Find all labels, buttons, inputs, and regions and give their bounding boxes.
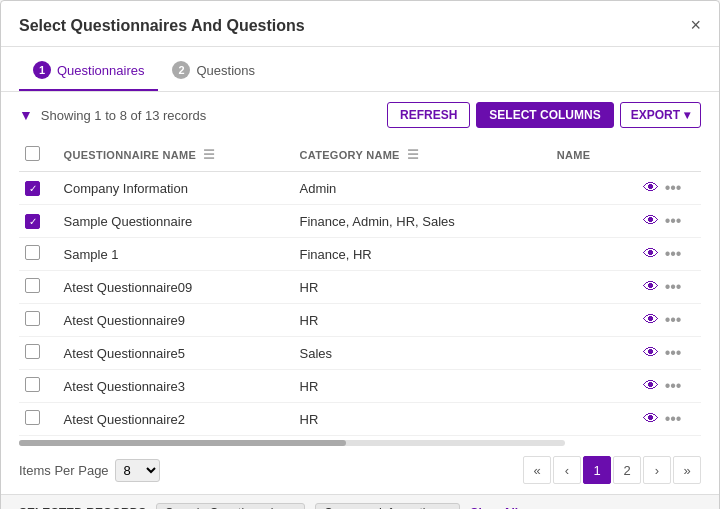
row-view-icon[interactable]: 👁: [643, 179, 659, 197]
row-more-icon[interactable]: •••: [665, 212, 682, 230]
refresh-button[interactable]: REFRESH: [387, 102, 470, 128]
name-cell: [551, 172, 637, 205]
row-view-icon[interactable]: 👁: [643, 377, 659, 395]
category-name-sort-icon[interactable]: ☰: [407, 147, 419, 162]
header-name: NAME: [551, 138, 637, 172]
row-checkbox-1[interactable]: [25, 181, 40, 196]
row-checkbox-3[interactable]: [25, 245, 40, 260]
questionnaire-name-cell: Sample Questionnaire: [58, 205, 294, 238]
table-row: Atest Questionnaire9HR👁•••: [19, 304, 701, 337]
row-more-icon[interactable]: •••: [665, 179, 682, 197]
table-row: Company InformationAdmin👁•••: [19, 172, 701, 205]
questionnaire-name-cell: Atest Questionnaire3: [58, 370, 294, 403]
row-checkbox-cell: [19, 238, 58, 271]
table-row: Atest Questionnaire2HR👁•••: [19, 403, 701, 436]
table-body: Company InformationAdmin👁•••Sample Quest…: [19, 172, 701, 436]
page-first-button[interactable]: «: [523, 456, 551, 484]
row-checkbox-4[interactable]: [25, 278, 40, 293]
row-checkbox-cell: [19, 271, 58, 304]
row-checkbox-7[interactable]: [25, 377, 40, 392]
row-checkbox-cell: [19, 205, 58, 238]
close-icon[interactable]: ×: [690, 15, 701, 36]
table-row: Atest Questionnaire3HR👁•••: [19, 370, 701, 403]
modal-container: Select Questionnaires And Questions × 1 …: [0, 0, 720, 509]
questionnaire-name-cell: Atest Questionnaire2: [58, 403, 294, 436]
export-chevron-icon: ▾: [684, 108, 690, 122]
row-checkbox-cell: [19, 172, 58, 205]
filter-icon[interactable]: ▼: [19, 107, 33, 123]
page-2-button[interactable]: 2: [613, 456, 641, 484]
tab-questions-badge: 2: [172, 61, 190, 79]
pagination-controls: « ‹ 1 2 › »: [523, 456, 701, 484]
row-more-icon[interactable]: •••: [665, 410, 682, 428]
items-per-page-label: Items Per Page: [19, 463, 109, 478]
actions-cell: 👁•••: [637, 370, 701, 403]
name-cell: [551, 370, 637, 403]
questionnaire-name-cell: Atest Questionnaire09: [58, 271, 294, 304]
header-checkbox-col: [19, 138, 58, 172]
tag-sample-questionnaire: Sample Questionnaire ×: [156, 503, 305, 509]
page-prev-button[interactable]: ‹: [553, 456, 581, 484]
actions-cell: 👁•••: [637, 238, 701, 271]
table-header-row: QUESTIONNAIRE NAME ☰ CATEGORY NAME ☰ NAM…: [19, 138, 701, 172]
tabs-row: 1 Questionnaires 2 Questions: [1, 47, 719, 92]
row-checkbox-6[interactable]: [25, 344, 40, 359]
table-row: Sample QuestionnaireFinance, Admin, HR, …: [19, 205, 701, 238]
row-view-icon[interactable]: 👁: [643, 212, 659, 230]
row-more-icon[interactable]: •••: [665, 344, 682, 362]
row-view-icon[interactable]: 👁: [643, 278, 659, 296]
select-columns-button[interactable]: SELECT COLUMNS: [476, 102, 613, 128]
selected-records-bar: SELECTED RECORDS Sample Questionnaire × …: [1, 494, 719, 509]
table-row: Sample 1Finance, HR👁•••: [19, 238, 701, 271]
row-more-icon[interactable]: •••: [665, 278, 682, 296]
row-checkbox-5[interactable]: [25, 311, 40, 326]
category-name-cell: HR: [294, 370, 551, 403]
row-checkbox-cell: [19, 370, 58, 403]
header-category-name: CATEGORY NAME ☰: [294, 138, 551, 172]
row-view-icon[interactable]: 👁: [643, 311, 659, 329]
questionnaire-name-cell: Sample 1: [58, 238, 294, 271]
category-name-cell: HR: [294, 403, 551, 436]
row-checkbox-8[interactable]: [25, 410, 40, 425]
row-more-icon[interactable]: •••: [665, 377, 682, 395]
row-view-icon[interactable]: 👁: [643, 344, 659, 362]
actions-cell: 👁•••: [637, 271, 701, 304]
toolbar: ▼ Showing 1 to 8 of 13 records REFRESH S…: [1, 92, 719, 138]
tag-company-information: Company Information ×: [315, 503, 460, 509]
questionnaire-name-cell: Company Information: [58, 172, 294, 205]
tab-questionnaires[interactable]: 1 Questionnaires: [19, 55, 158, 91]
row-view-icon[interactable]: 👁: [643, 410, 659, 428]
export-button[interactable]: EXPORT ▾: [620, 102, 701, 128]
record-count: Showing 1 to 8 of 13 records: [41, 108, 207, 123]
modal-header: Select Questionnaires And Questions ×: [1, 1, 719, 47]
pagination-bar: Items Per Page 8 10 20 50 « ‹ 1 2 › »: [1, 446, 719, 494]
header-questionnaire-name: QUESTIONNAIRE NAME ☰: [58, 138, 294, 172]
row-checkbox-cell: [19, 304, 58, 337]
questionnaire-name-cell: Atest Questionnaire9: [58, 304, 294, 337]
row-more-icon[interactable]: •••: [665, 311, 682, 329]
tab-questionnaires-label: Questionnaires: [57, 63, 144, 78]
page-1-button[interactable]: 1: [583, 456, 611, 484]
row-checkbox-2[interactable]: [25, 214, 40, 229]
modal-title: Select Questionnaires And Questions: [19, 17, 305, 35]
actions-cell: 👁•••: [637, 304, 701, 337]
items-per-page-select[interactable]: 8 10 20 50: [115, 459, 160, 482]
actions-cell: 👁•••: [637, 205, 701, 238]
tab-questions[interactable]: 2 Questions: [158, 55, 269, 91]
category-name-cell: HR: [294, 271, 551, 304]
questionnaire-name-sort-icon[interactable]: ☰: [203, 147, 215, 162]
scrollbar-area[interactable]: [1, 436, 719, 446]
page-next-button[interactable]: ›: [643, 456, 671, 484]
tab-questions-label: Questions: [196, 63, 255, 78]
name-cell: [551, 271, 637, 304]
name-cell: [551, 403, 637, 436]
page-last-button[interactable]: »: [673, 456, 701, 484]
row-view-icon[interactable]: 👁: [643, 245, 659, 263]
row-more-icon[interactable]: •••: [665, 245, 682, 263]
name-cell: [551, 238, 637, 271]
header-checkbox[interactable]: [25, 146, 40, 161]
category-name-cell: Finance, HR: [294, 238, 551, 271]
toolbar-right: REFRESH SELECT COLUMNS EXPORT ▾: [387, 102, 701, 128]
table-row: Atest Questionnaire09HR👁•••: [19, 271, 701, 304]
name-cell: [551, 205, 637, 238]
